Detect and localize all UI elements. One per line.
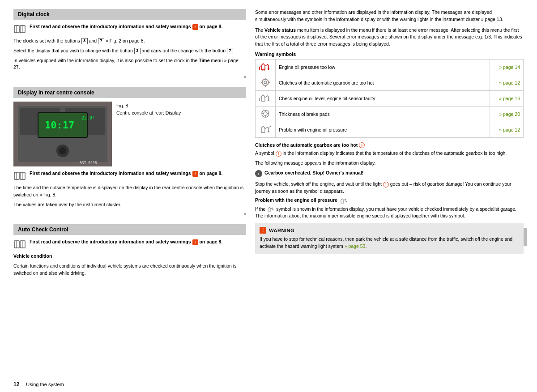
table-desc-cell-3: Check engine oil level, engine oil senso… bbox=[276, 90, 490, 106]
gearbox-icon bbox=[259, 77, 272, 87]
table-desc-cell-2: Clutches of the automatic gearbox are to… bbox=[276, 75, 490, 90]
table-row: Clutches of the automatic gearbox are to… bbox=[256, 75, 524, 90]
gearbox-heading: Clutches of the automatic gearbox are to… bbox=[255, 142, 524, 149]
warning-notice-text: If you have to stop for technical reason… bbox=[260, 236, 519, 250]
table-desc-cell-5: Problem with engine oil pressure bbox=[276, 122, 490, 137]
table-row: Thickness of brake pads » page 20 bbox=[256, 106, 524, 122]
book-icon-2 bbox=[13, 171, 26, 181]
digital-clock-section: Digital clock First read and observe the… bbox=[13, 9, 246, 79]
table-icon-cell-5 bbox=[256, 122, 276, 137]
warning-symbols-title: Warning symbols bbox=[255, 51, 524, 57]
digital-clock-safety-warning: First read and observe the introductory … bbox=[13, 23, 246, 34]
display-rear-body1: The time and the outside temperature is … bbox=[13, 184, 246, 199]
svg-point-25 bbox=[264, 81, 267, 84]
table-icon-cell-4 bbox=[256, 106, 276, 122]
oil-pressure-problem-icon bbox=[259, 124, 272, 134]
warning-badge-large: ! bbox=[260, 227, 266, 234]
svg-text:OIL: OIL bbox=[262, 69, 266, 72]
svg-point-22 bbox=[268, 68, 269, 70]
oil-pressure-symbol-inline bbox=[268, 207, 274, 212]
table-row: Check engine oil level, engine oil senso… bbox=[256, 90, 524, 106]
btn-3: 3 bbox=[81, 38, 88, 44]
car-interior-svg: 10:17 22.0° B3T-0258 bbox=[13, 102, 112, 166]
svg-point-38 bbox=[268, 131, 269, 132]
table-pageref-cell-2[interactable]: » page 12 bbox=[490, 75, 524, 90]
table-desc-cell-4: Thickness of brake pads bbox=[276, 106, 490, 122]
gearbox-para1: A symbol ! in the information display in… bbox=[255, 150, 524, 157]
orange-warning-circle: ! bbox=[359, 142, 365, 148]
digital-clock-safety-text: First read and observe the introductory … bbox=[30, 23, 222, 30]
vehicle-condition-title: Vehicle condition bbox=[13, 253, 246, 260]
warning-notice-header: ! WARNING bbox=[260, 227, 519, 234]
scroll-indicator[interactable] bbox=[524, 228, 527, 246]
gearbox-para2: The following message appears in the inf… bbox=[255, 160, 524, 167]
svg-text:B3T-0258: B3T-0258 bbox=[80, 161, 97, 165]
page-footer: 12 Using the system bbox=[0, 379, 537, 392]
engine-oil-icon bbox=[259, 93, 272, 103]
left-column: Digital clock First read and observe the… bbox=[13, 9, 246, 375]
gearbox-light-icon: ! bbox=[383, 182, 389, 187]
table-pageref-cell-3[interactable]: » page 16 bbox=[490, 90, 524, 106]
brake-pads-icon bbox=[259, 109, 272, 119]
fig-ref: Fig. 8 bbox=[116, 102, 181, 110]
intro-para1: Some error messages and other informatio… bbox=[255, 9, 524, 23]
table-pageref-cell-5[interactable]: » page 12 bbox=[490, 122, 524, 137]
book-icon-3 bbox=[13, 239, 26, 249]
oil-pressure-symbol-heading bbox=[340, 198, 347, 204]
display-rear-safety-warning: First read and observe the introductory … bbox=[13, 170, 246, 181]
auto-check-header: Auto Check Control bbox=[13, 224, 246, 235]
gearbox-para3: Stop the vehicle, switch off the engine,… bbox=[255, 181, 524, 195]
warning-notice: ! WARNING If you have to stop for techni… bbox=[255, 223, 524, 254]
warn-badge: ! bbox=[192, 24, 198, 30]
svg-point-24 bbox=[262, 79, 268, 85]
digital-clock-title: Digital clock bbox=[18, 11, 50, 17]
vehicle-condition-body: Certain functions and conditions of indi… bbox=[13, 263, 246, 277]
gearbox-symbol-inline: ! bbox=[276, 151, 281, 157]
gearbox-info-text: Gearbox overheated. Stop! Owner's manual… bbox=[264, 170, 363, 176]
warning-notice-title: WARNING bbox=[269, 228, 294, 233]
warning-symbols-table: OIL Engine oil pressure too low » page 1… bbox=[255, 59, 524, 138]
svg-text:22.0°: 22.0° bbox=[81, 115, 95, 120]
clock-body3: In vehicles equipped with the informatio… bbox=[13, 57, 246, 72]
oil-pressure-para1: If the symbol is shown in the informatio… bbox=[255, 206, 524, 220]
display-rear-title: Display in rear centre console bbox=[18, 89, 94, 96]
auto-check-section: Auto Check Control First read and observ… bbox=[13, 224, 246, 277]
display-rear-section: Display in rear centre console bbox=[13, 87, 246, 216]
auto-check-title: Auto Check Control bbox=[18, 226, 68, 233]
car-display-image: 10:17 22.0° B3T-0258 bbox=[13, 102, 112, 166]
auto-check-safety-text: First read and observe the introductory … bbox=[30, 239, 222, 245]
book-icon bbox=[13, 24, 26, 34]
table-icon-cell-3 bbox=[256, 90, 276, 106]
btn-3b: 3 bbox=[134, 48, 141, 54]
table-desc-cell-1: Engine oil pressure too low bbox=[276, 59, 490, 75]
table-pageref-cell-1[interactable]: » page 14 bbox=[490, 59, 524, 75]
gearbox-info-box: i Gearbox overheated. Stop! Owner's manu… bbox=[255, 170, 524, 177]
btn-7b: 7 bbox=[227, 48, 233, 54]
page-number: 12 bbox=[13, 381, 19, 388]
table-icon-cell-2 bbox=[256, 75, 276, 90]
svg-point-30 bbox=[262, 79, 269, 86]
table-row: Problem with engine oil pressure » page … bbox=[256, 122, 524, 137]
digital-clock-header: Digital clock bbox=[13, 9, 246, 20]
display-image-area: 10:17 22.0° B3T-0258 Fig. 8 Centre conso… bbox=[13, 102, 246, 166]
info-icon: i bbox=[255, 170, 262, 177]
btn-7: 7 bbox=[98, 38, 104, 44]
clock-body2: Select the display that you wish to chan… bbox=[13, 47, 246, 55]
display-rear-header: Display in rear centre console bbox=[13, 87, 246, 98]
intro-para2: The Vehicle status menu item is displaye… bbox=[255, 27, 524, 48]
svg-point-12 bbox=[59, 147, 66, 154]
auto-check-safety-warning: First read and observe the introductory … bbox=[13, 239, 246, 249]
display-rear-body2: The values are taken over by the instrum… bbox=[13, 201, 246, 209]
image-caption: Fig. 8 Centre console at rear: Display bbox=[116, 102, 181, 166]
oil-pressure-heading: Problem with the engine oil pressure bbox=[255, 197, 524, 204]
oil-pressure-icon: OIL bbox=[259, 62, 272, 72]
display-rear-safety-text: First read and observe the introductory … bbox=[30, 170, 222, 177]
fig-caption: Centre console at rear: Display bbox=[116, 110, 181, 117]
right-column: Some error messages and other informatio… bbox=[255, 9, 524, 375]
svg-point-33 bbox=[264, 112, 267, 115]
table-pageref-cell-4[interactable]: » page 20 bbox=[490, 106, 524, 122]
table-icon-cell-1: OIL bbox=[256, 59, 276, 75]
svg-point-31 bbox=[268, 99, 269, 101]
svg-text:10:17: 10:17 bbox=[45, 119, 74, 131]
table-row: OIL Engine oil pressure too low » page 1… bbox=[256, 59, 524, 75]
